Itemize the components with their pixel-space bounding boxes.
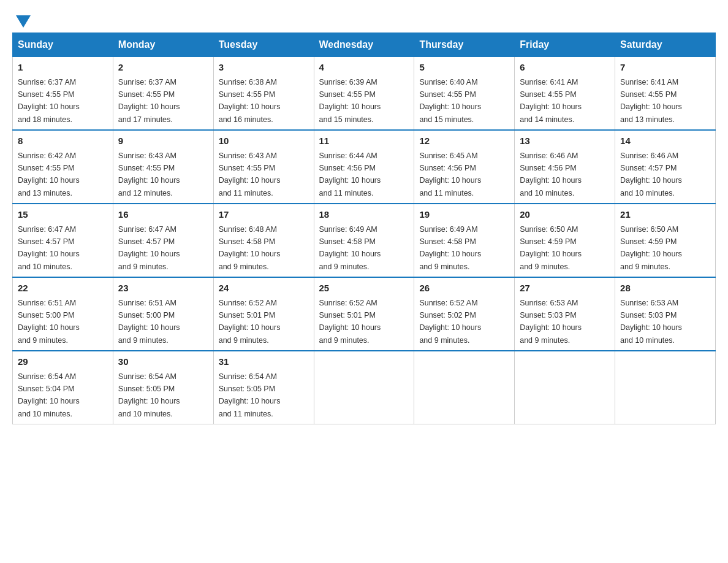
calendar-cell: 5 Sunrise: 6:40 AMSunset: 4:55 PMDayligh… — [414, 57, 515, 131]
day-number: 15 — [18, 208, 108, 222]
calendar-cell: 15 Sunrise: 6:47 AMSunset: 4:57 PMDaylig… — [13, 204, 113, 277]
calendar-cell: 2 Sunrise: 6:37 AMSunset: 4:55 PMDayligh… — [113, 57, 213, 131]
day-info: Sunrise: 6:48 AMSunset: 4:58 PMDaylight:… — [219, 225, 281, 271]
calendar-header: SundayMondayTuesdayWednesdayThursdayFrid… — [13, 33, 716, 57]
calendar-cell: 11 Sunrise: 6:44 AMSunset: 4:56 PMDaylig… — [314, 130, 414, 204]
calendar-week-4: 22 Sunrise: 6:51 AMSunset: 5:00 PMDaylig… — [13, 277, 716, 351]
logo — [12, 12, 31, 26]
calendar-cell: 31 Sunrise: 6:54 AMSunset: 5:05 PMDaylig… — [213, 351, 314, 424]
day-number: 12 — [419, 134, 509, 148]
day-number: 13 — [520, 134, 610, 148]
day-number: 7 — [620, 61, 710, 75]
calendar-cell: 14 Sunrise: 6:46 AMSunset: 4:57 PMDaylig… — [615, 130, 716, 204]
calendar-week-3: 15 Sunrise: 6:47 AMSunset: 4:57 PMDaylig… — [13, 204, 716, 277]
day-number: 18 — [319, 208, 409, 222]
header-day-monday: Monday — [113, 33, 213, 57]
calendar-cell: 1 Sunrise: 6:37 AMSunset: 4:55 PMDayligh… — [13, 57, 113, 131]
calendar-cell — [515, 351, 615, 424]
day-info: Sunrise: 6:46 AMSunset: 4:57 PMDaylight:… — [620, 151, 682, 197]
calendar-cell: 23 Sunrise: 6:51 AMSunset: 5:00 PMDaylig… — [113, 277, 213, 351]
day-number: 10 — [219, 134, 309, 148]
day-number: 2 — [118, 61, 208, 75]
day-number: 16 — [118, 208, 208, 222]
day-info: Sunrise: 6:52 AMSunset: 5:01 PMDaylight:… — [319, 299, 381, 345]
header-day-sunday: Sunday — [13, 33, 113, 57]
day-info: Sunrise: 6:45 AMSunset: 4:56 PMDaylight:… — [419, 151, 481, 197]
day-info: Sunrise: 6:46 AMSunset: 4:56 PMDaylight:… — [520, 151, 582, 197]
calendar-week-1: 1 Sunrise: 6:37 AMSunset: 4:55 PMDayligh… — [13, 57, 716, 131]
day-info: Sunrise: 6:52 AMSunset: 5:01 PMDaylight:… — [219, 299, 281, 345]
calendar-cell: 26 Sunrise: 6:52 AMSunset: 5:02 PMDaylig… — [414, 277, 515, 351]
calendar-cell: 9 Sunrise: 6:43 AMSunset: 4:55 PMDayligh… — [113, 130, 213, 204]
calendar-cell: 19 Sunrise: 6:49 AMSunset: 4:58 PMDaylig… — [414, 204, 515, 277]
day-info: Sunrise: 6:54 AMSunset: 5:05 PMDaylight:… — [219, 372, 281, 418]
day-number: 26 — [419, 282, 509, 296]
header-day-saturday: Saturday — [615, 33, 716, 57]
calendar-cell — [615, 351, 716, 424]
page-header — [12, 12, 716, 26]
day-info: Sunrise: 6:51 AMSunset: 5:00 PMDaylight:… — [118, 299, 180, 345]
header-day-thursday: Thursday — [414, 33, 515, 57]
calendar-cell: 29 Sunrise: 6:54 AMSunset: 5:04 PMDaylig… — [13, 351, 113, 424]
calendar-body: 1 Sunrise: 6:37 AMSunset: 4:55 PMDayligh… — [13, 57, 716, 424]
header-day-tuesday: Tuesday — [213, 33, 314, 57]
calendar-cell: 10 Sunrise: 6:43 AMSunset: 4:55 PMDaylig… — [213, 130, 314, 204]
day-info: Sunrise: 6:47 AMSunset: 4:57 PMDaylight:… — [18, 225, 80, 271]
day-info: Sunrise: 6:50 AMSunset: 4:59 PMDaylight:… — [620, 225, 682, 271]
calendar-table: SundayMondayTuesdayWednesdayThursdayFrid… — [12, 33, 716, 424]
calendar-cell: 27 Sunrise: 6:53 AMSunset: 5:03 PMDaylig… — [515, 277, 615, 351]
day-info: Sunrise: 6:50 AMSunset: 4:59 PMDaylight:… — [520, 225, 582, 271]
day-info: Sunrise: 6:41 AMSunset: 4:55 PMDaylight:… — [620, 78, 682, 124]
day-number: 20 — [520, 208, 610, 222]
header-day-wednesday: Wednesday — [314, 33, 414, 57]
logo-triangle-icon — [16, 15, 31, 28]
calendar-cell: 24 Sunrise: 6:52 AMSunset: 5:01 PMDaylig… — [213, 277, 314, 351]
day-info: Sunrise: 6:47 AMSunset: 4:57 PMDaylight:… — [118, 225, 180, 271]
day-info: Sunrise: 6:43 AMSunset: 4:55 PMDaylight:… — [118, 151, 180, 197]
calendar-cell: 17 Sunrise: 6:48 AMSunset: 4:58 PMDaylig… — [213, 204, 314, 277]
day-number: 14 — [620, 134, 710, 148]
day-number: 28 — [620, 282, 710, 296]
calendar-cell: 16 Sunrise: 6:47 AMSunset: 4:57 PMDaylig… — [113, 204, 213, 277]
calendar-week-5: 29 Sunrise: 6:54 AMSunset: 5:04 PMDaylig… — [13, 351, 716, 424]
day-number: 22 — [18, 282, 108, 296]
day-info: Sunrise: 6:49 AMSunset: 4:58 PMDaylight:… — [319, 225, 381, 271]
calendar-cell: 4 Sunrise: 6:39 AMSunset: 4:55 PMDayligh… — [314, 57, 414, 131]
day-info: Sunrise: 6:52 AMSunset: 5:02 PMDaylight:… — [419, 299, 481, 345]
calendar-cell: 20 Sunrise: 6:50 AMSunset: 4:59 PMDaylig… — [515, 204, 615, 277]
day-info: Sunrise: 6:53 AMSunset: 5:03 PMDaylight:… — [620, 299, 682, 345]
logo-blue-text — [12, 15, 31, 26]
day-info: Sunrise: 6:54 AMSunset: 5:04 PMDaylight:… — [18, 372, 80, 418]
day-number: 29 — [18, 355, 108, 369]
day-info: Sunrise: 6:39 AMSunset: 4:55 PMDaylight:… — [319, 78, 381, 124]
day-number: 4 — [319, 61, 409, 75]
calendar-week-2: 8 Sunrise: 6:42 AMSunset: 4:55 PMDayligh… — [13, 130, 716, 204]
day-number: 24 — [219, 282, 309, 296]
calendar-cell: 13 Sunrise: 6:46 AMSunset: 4:56 PMDaylig… — [515, 130, 615, 204]
calendar-cell: 22 Sunrise: 6:51 AMSunset: 5:00 PMDaylig… — [13, 277, 113, 351]
day-number: 6 — [520, 61, 610, 75]
calendar-cell: 18 Sunrise: 6:49 AMSunset: 4:58 PMDaylig… — [314, 204, 414, 277]
day-info: Sunrise: 6:54 AMSunset: 5:05 PMDaylight:… — [118, 372, 180, 418]
day-number: 21 — [620, 208, 710, 222]
day-info: Sunrise: 6:38 AMSunset: 4:55 PMDaylight:… — [219, 78, 281, 124]
day-number: 30 — [118, 355, 208, 369]
day-info: Sunrise: 6:44 AMSunset: 4:56 PMDaylight:… — [319, 151, 381, 197]
day-info: Sunrise: 6:42 AMSunset: 4:55 PMDaylight:… — [18, 151, 80, 197]
day-number: 5 — [419, 61, 509, 75]
day-number: 9 — [118, 134, 208, 148]
calendar-cell: 7 Sunrise: 6:41 AMSunset: 4:55 PMDayligh… — [615, 57, 716, 131]
day-info: Sunrise: 6:41 AMSunset: 4:55 PMDaylight:… — [520, 78, 582, 124]
day-number: 19 — [419, 208, 509, 222]
day-number: 3 — [219, 61, 309, 75]
header-row: SundayMondayTuesdayWednesdayThursdayFrid… — [13, 33, 716, 57]
day-info: Sunrise: 6:51 AMSunset: 5:00 PMDaylight:… — [18, 299, 80, 345]
calendar-cell: 25 Sunrise: 6:52 AMSunset: 5:01 PMDaylig… — [314, 277, 414, 351]
calendar-cell: 30 Sunrise: 6:54 AMSunset: 5:05 PMDaylig… — [113, 351, 213, 424]
day-info: Sunrise: 6:43 AMSunset: 4:55 PMDaylight:… — [219, 151, 281, 197]
day-number: 23 — [118, 282, 208, 296]
day-info: Sunrise: 6:40 AMSunset: 4:55 PMDaylight:… — [419, 78, 481, 124]
calendar-cell: 8 Sunrise: 6:42 AMSunset: 4:55 PMDayligh… — [13, 130, 113, 204]
day-number: 17 — [219, 208, 309, 222]
day-number: 8 — [18, 134, 108, 148]
